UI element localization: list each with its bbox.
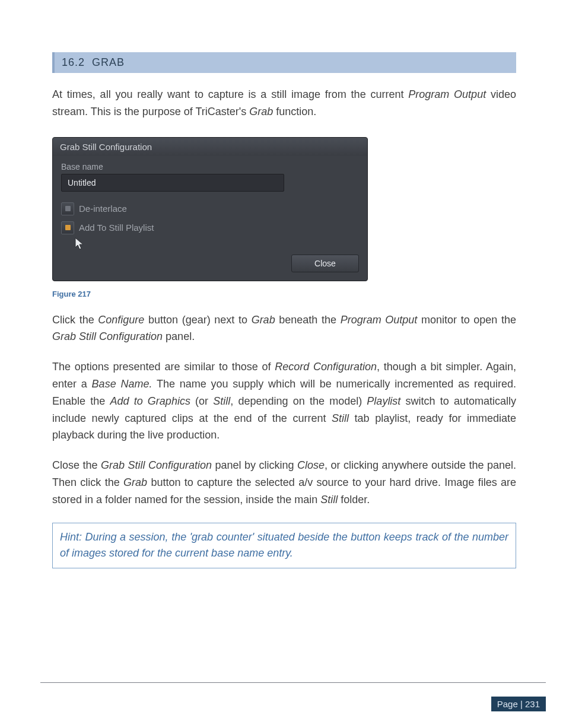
section-number: 16.2 (62, 56, 85, 68)
de-interlace-label: De-interlace (79, 204, 127, 214)
checkbox-icon (61, 221, 74, 234)
page-number: Page | 231 (491, 697, 546, 711)
paragraph-close: Close the Grab Still Configuration panel… (52, 457, 516, 508)
paragraph-options: The options presented are similar to tho… (52, 358, 516, 444)
figure-caption: Figure 217 (52, 290, 516, 298)
footer-rule (40, 682, 546, 683)
checkbox-icon (61, 202, 74, 215)
grab-still-config-dialog: Grab Still Configuration Base name Untit… (52, 137, 368, 281)
base-name-input[interactable]: Untitled (61, 174, 284, 192)
close-button[interactable]: Close (291, 255, 359, 272)
hint-box: Hint: During a session, the 'grab counte… (52, 523, 516, 569)
paragraph-configure: Click the Configure button (gear) next t… (52, 311, 516, 346)
add-playlist-label: Add To Still Playlist (79, 222, 154, 233)
base-name-label: Base name (61, 162, 359, 171)
intro-paragraph: At times, all you really want to capture… (52, 86, 516, 120)
section-title: GRAB (92, 56, 125, 68)
dialog-title: Grab Still Configuration (53, 138, 367, 156)
section-heading: 16.2 GRAB (52, 52, 516, 73)
cursor-icon (74, 237, 368, 251)
add-to-still-playlist-checkbox[interactable]: Add To Still Playlist (61, 221, 359, 234)
de-interlace-checkbox[interactable]: De-interlace (61, 202, 359, 215)
